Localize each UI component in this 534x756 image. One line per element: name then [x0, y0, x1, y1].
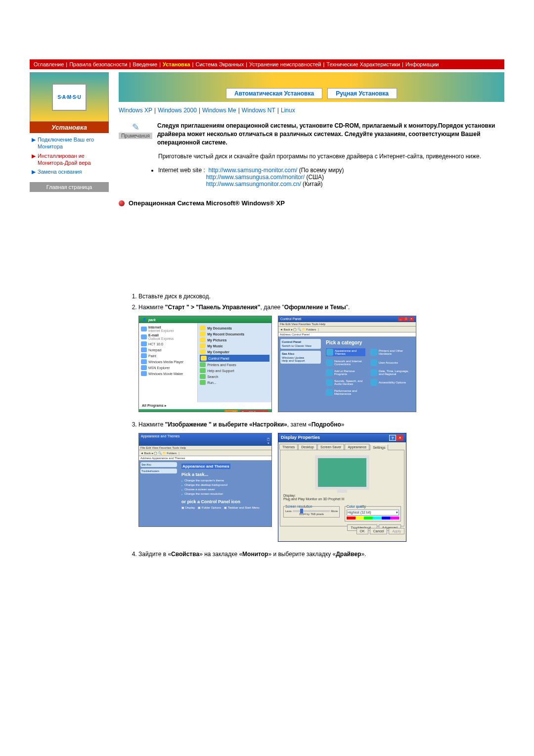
close-icon[interactable]: × [397, 435, 403, 441]
control-panel-screenshot: Control Panel _□× File Edit View Favorit… [278, 316, 416, 412]
dp-tab[interactable]: Appearance [345, 444, 369, 450]
sm-bottom-bar: Log Off Turn Off Computer [139, 409, 271, 412]
content: Автоматическая Установка Руцная Установк… [119, 72, 504, 561]
topnav-item[interactable]: Оглавление [34, 61, 64, 67]
cp-category[interactable]: User Accounts [370, 359, 410, 366]
web-prefix: Internet web site : [158, 167, 205, 174]
sm-right-item[interactable]: Search [200, 374, 269, 379]
dp-tab[interactable]: Settings [370, 444, 388, 450]
web-link-item: Internet web site : http://www.samsung-m… [158, 167, 504, 188]
sm-left-item[interactable]: MSN Explorer [141, 365, 195, 371]
arrow-icon: ▶ [32, 152, 36, 159]
apt-cp-icon[interactable]: ▣ Folder Options [198, 506, 221, 509]
manual-install-tab[interactable]: Руцная Установка [327, 88, 397, 99]
apt-main: Appearance and Themes Pick a task... Cha… [178, 461, 271, 527]
install-section-label: Установка [30, 122, 109, 133]
sm-right-item[interactable]: My Recent Documents [200, 331, 269, 337]
sm-left-item[interactable]: Paint [141, 353, 195, 359]
dp-ok-button[interactable]: OK [356, 528, 368, 534]
cp-menubar[interactable]: File Edit View Favorites Tools Help [278, 322, 416, 327]
topnav-item[interactable]: Устранение неисправностей [249, 61, 321, 67]
sidenav-item[interactable]: ▶Подключение Ваш его Монитора [30, 135, 109, 151]
cp-category[interactable]: Date, Time, Language, and Regional [370, 369, 410, 376]
sm-left-item[interactable]: Notepad [141, 347, 195, 353]
sm-left-item[interactable]: HCT 10.0 [141, 341, 195, 347]
dp-tab[interactable]: Themes [279, 444, 298, 450]
sm-right-item[interactable]: My Music [200, 343, 269, 349]
cp-toolbar[interactable]: ◄ Back ▸ ◯ 🔍 📁 Folders ⋮ [278, 327, 416, 332]
os-link[interactable]: Windows 2000 [158, 107, 197, 114]
auto-install-tab[interactable]: Автоматическая Установка [226, 88, 322, 99]
sm-turnoff-button[interactable]: Turn Off Computer [240, 410, 268, 412]
apt-cp-icon[interactable]: ▣ Display [181, 506, 195, 509]
cp-category[interactable]: Printers and Other Hardware [370, 348, 410, 356]
sm-left-item[interactable]: Windows Media Player [141, 359, 195, 365]
monitor-logo: S·A·M·S·U [52, 84, 87, 111]
sm-left-item[interactable]: InternetInternet Explorer [141, 325, 195, 333]
web-link-2[interactable]: http://www.samsungusa.com/monitor/ [206, 174, 305, 181]
dp-display-name: Plug and Play Monitor on 3D Prophet III [283, 497, 401, 501]
cp-category[interactable]: Appearance and Themes [326, 348, 365, 356]
cp-addressbar[interactable]: Address Control Panel [278, 332, 416, 337]
os-link[interactable]: Linux [281, 107, 295, 114]
os-link[interactable]: Windows NT [242, 107, 275, 114]
topnav-item[interactable]: Правила безопасности [69, 61, 127, 67]
wand-icon: ✎ [119, 122, 152, 133]
apt-titlebar: Appearance and Themes _□× [139, 433, 271, 446]
topnav-item[interactable]: Технические Характеристики [326, 61, 400, 67]
sm-right-item[interactable]: My Documents [200, 325, 269, 331]
monitor-thumbnail: S·A·M·S·U [30, 72, 109, 122]
intro-text: Приготовьте чистый диск и скачайте файл … [158, 152, 504, 161]
dp-resolution-group: Screen resolution Less More 1024 by 768 … [283, 505, 340, 518]
sm-right-item[interactable]: Help and Support [200, 368, 269, 374]
sm-logoff-button[interactable]: Log Off [224, 410, 238, 412]
cp-category[interactable]: Network and Internet Connections [326, 359, 365, 366]
apt-menubar[interactable]: File Edit View Favorites Tools Help [139, 446, 271, 450]
bullet-icon [119, 200, 125, 206]
steps-list-3: Зайдите в «Свойства» на закладке «Монито… [138, 550, 504, 559]
cp-side-box1: Control Panel Switch to Classic View [280, 339, 321, 349]
sm-right-item[interactable]: My Computer [200, 349, 269, 355]
sm-right-item[interactable]: Printers and Faxes [200, 362, 269, 368]
apt-toolbar[interactable]: ◄ Back ▸ ◯ 🔍 📁 Folders ⋮ [139, 450, 271, 456]
topnav-item[interactable]: Введение [133, 61, 157, 67]
sm-right-item[interactable]: My Pictures [200, 337, 269, 343]
sm-all-programs[interactable]: All Programs ▸ [139, 402, 271, 409]
apt-cp-icon[interactable]: ▣ Taskbar and Start Menu [224, 506, 259, 509]
dp-tab[interactable]: Desktop [298, 444, 317, 450]
dp-cancel-button[interactable]: Cancel [370, 528, 388, 534]
sm-control-panel[interactable]: Control Panel [200, 355, 269, 362]
apt-task[interactable]: Change the desktop background [181, 483, 268, 487]
sm-user-bar: 👤 park [139, 316, 271, 323]
web-link-1[interactable]: http://www.samsung-monitor.com/ [208, 167, 297, 174]
screenshot-row-2: Appearance and Themes _□× File Edit View… [138, 433, 504, 542]
side-nav: ▶Подключение Ваш его Монитора▶Инсталлиро… [30, 133, 109, 178]
dp-apply-button[interactable]: Apply [389, 528, 404, 534]
dp-color-select[interactable]: Highest (32 bit)▾ [347, 510, 399, 516]
web-links-list: Internet web site : http://www.samsung-m… [158, 167, 504, 188]
topnav-item[interactable]: Установка [163, 61, 190, 67]
help-icon[interactable]: ? [389, 435, 396, 441]
sidenav-item[interactable]: ▶Замена оснвания [30, 167, 109, 176]
apt-task[interactable]: Change the computer's theme [181, 478, 268, 483]
apt-task[interactable]: Change the screen resolution [181, 492, 268, 496]
dp-tab[interactable]: Screen Saver [317, 444, 344, 450]
sm-right-item[interactable]: Run... [200, 379, 269, 385]
os-link[interactable]: Windows Me [202, 107, 236, 114]
dp-tabs: ThemesDesktopScreen SaverAppearanceSetti… [278, 442, 406, 450]
os-link[interactable]: Windows XP [119, 107, 152, 114]
cp-category[interactable]: Sounds, Speech, and Audio Devices [326, 379, 365, 386]
dp-display-label: Display: [283, 494, 401, 497]
sm-left-item[interactable]: E-mailOutlook Express [141, 333, 195, 341]
apt-addressbar[interactable]: Address Appearance and Themes [139, 456, 271, 461]
topnav-item[interactable]: Система Экранных [195, 61, 244, 67]
home-button[interactable]: Главная страница [30, 182, 109, 192]
cp-category[interactable]: Performance and Maintenance [326, 389, 365, 396]
sm-left-item[interactable]: Windows Movie Maker [141, 371, 195, 377]
apt-task[interactable]: Choose a screen saver [181, 487, 268, 492]
cp-category[interactable]: Add or Remove Programs [326, 369, 365, 376]
cp-category[interactable]: Accessibility Options [370, 379, 410, 386]
topnav-item[interactable]: Информации [405, 61, 439, 67]
sidenav-item[interactable]: ▶Инсталлирован ие Монитора-Драй вера [30, 151, 109, 168]
web-link-3[interactable]: http://www.samsungmonitor.com.cn/ [206, 181, 301, 188]
